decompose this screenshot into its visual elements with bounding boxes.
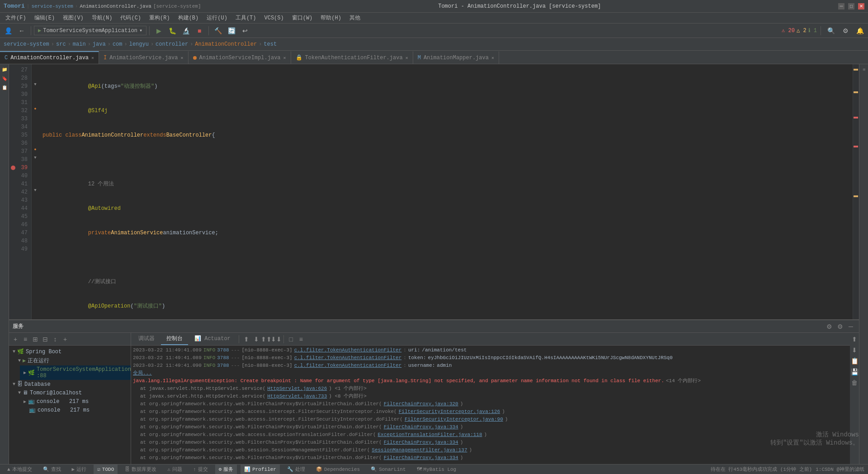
service-spring-boot[interactable]: ▼ 🌿 Spring Boot <box>9 347 131 356</box>
tab-animation-controller[interactable]: C AnimationController.java ✕ <box>0 51 99 64</box>
tab-close-4[interactable]: ✕ <box>406 55 408 61</box>
status-mybatis-button[interactable]: 🗺 MyBatis Log <box>413 465 460 474</box>
panel-right-down-button[interactable]: ⬇ <box>850 346 859 355</box>
fold-29[interactable]: ▼ <box>33 81 38 89</box>
run-config-dropdown[interactable]: ▶ TomorServiceSystemApplication ▾ <box>34 26 146 35</box>
actuator-tab[interactable]: 📊 Actuator <box>189 333 236 345</box>
menu-edit[interactable]: 编辑(E) <box>31 13 59 23</box>
breadcrumb-test[interactable]: test <box>264 41 277 47</box>
log-stack-link-6[interactable]: FilterChainProxy.java:334 <box>384 423 458 431</box>
status-deps-button[interactable]: 📦 Dependencies <box>312 465 363 474</box>
log-btn-4[interactable]: ⬇⬇ <box>272 335 281 344</box>
log-stack-link-2[interactable]: HttpServlet.java:733 <box>267 393 327 400</box>
status-database-button[interactable]: 🗄 数据库更改 <box>121 465 160 474</box>
profile-button[interactable]: 👤 <box>2 25 14 37</box>
close-button[interactable]: ✕ <box>858 3 864 9</box>
log-exception-count[interactable]: <14 个内部行> <box>666 377 701 385</box>
panel-settings-button[interactable]: ⚙ <box>825 322 834 331</box>
service-group-button[interactable]: ⊞ <box>31 335 40 344</box>
search-button[interactable]: 🔍 <box>825 25 837 37</box>
menu-navigate[interactable]: 导航(N) <box>88 13 116 23</box>
log-class-2[interactable]: c.l.filter.TokenAuthenticationFilter <box>294 354 402 362</box>
project-icon[interactable]: 📁 <box>1 66 8 73</box>
menu-vcs[interactable]: VCS(S) <box>260 14 287 22</box>
minimize-button[interactable]: ─ <box>838 3 844 9</box>
log-stack-link-4[interactable]: FilterSecurityInterceptor.java:126 <box>399 408 500 416</box>
panel-close-button[interactable]: ─ <box>846 322 855 331</box>
log-more[interactable]: 全局... <box>133 370 848 377</box>
breadcrumb-service-system[interactable]: service-system <box>4 41 49 47</box>
panel-right-save-button[interactable]: 💾 <box>850 367 859 376</box>
menu-file[interactable]: 文件(F) <box>2 13 30 23</box>
bookmark-icon[interactable]: 🔖 <box>1 75 8 82</box>
menu-other[interactable]: 其他 <box>346 13 364 23</box>
log-content[interactable]: 2023-03-22 11:49:41.089 INFO 3788 --- [n… <box>131 346 850 464</box>
service-sort-button[interactable]: ≡ <box>21 335 30 344</box>
code-editor[interactable]: 27 28 29 30 31 32 33 34 35 36 37 38 39 4… <box>9 64 859 319</box>
tab-close-2[interactable]: ✕ <box>181 55 184 61</box>
status-commits-button[interactable]: ↑ 提交 <box>189 465 212 474</box>
log-stack-link-7[interactable]: ExceptionTranslationFilter.java:118 <box>378 431 482 439</box>
breadcrumb-animation-controller[interactable]: AnimationController <box>195 41 257 47</box>
tab-close-3[interactable]: ✕ <box>283 55 286 61</box>
notifications-button[interactable]: 🔔 <box>854 25 866 37</box>
panel-gear-button[interactable]: ⚙ <box>835 322 844 331</box>
restore-button[interactable]: □ <box>848 3 854 9</box>
log-btn-2[interactable]: ⬇ <box>252 335 261 344</box>
tab-animation-mapper[interactable]: M AnimationMapper.java ✕ <box>413 51 499 64</box>
menu-code[interactable]: 代码(C) <box>117 13 145 23</box>
breadcrumb-lengyu[interactable]: lengyu <box>129 41 149 47</box>
panel-right-copy-button[interactable]: 📋 <box>850 356 859 365</box>
console-tab[interactable]: 控制台 <box>161 333 188 345</box>
service-expand-button[interactable]: + <box>61 335 70 344</box>
log-stack-link-9[interactable]: SessionManagementFilter.java:137 <box>372 446 467 454</box>
status-handle-button[interactable]: 🔧 处理 <box>283 465 309 474</box>
back-button[interactable]: ← <box>15 25 28 37</box>
log-btn-3[interactable]: ⬆⬆ <box>262 335 271 344</box>
log-class-1[interactable]: c.l.filter.TokenAuthenticationFilter <box>294 346 402 354</box>
tab-token-auth[interactable]: 🔒 TokenAuthenticationFilter.java ✕ <box>291 51 413 64</box>
log-class-3[interactable]: c.l.filter.TokenAuthenticationFilter <box>294 362 402 370</box>
service-filter-button[interactable]: ⊟ <box>41 335 50 344</box>
log-btn-1[interactable]: ⬆ <box>242 335 251 344</box>
menu-tools[interactable]: 工具(T) <box>232 13 260 23</box>
tab-animation-service-impl[interactable]: AnimationServiceImpl.java ✕ <box>189 51 291 64</box>
breadcrumb-src[interactable]: src <box>56 41 66 47</box>
log-stack-link-8[interactable]: FilterChainProxy.java:334 <box>384 439 458 446</box>
breadcrumb-java[interactable]: java <box>93 41 106 47</box>
run-with-coverage-button[interactable]: 🔬 <box>179 25 192 37</box>
service-system-link[interactable]: service-system <box>31 4 73 9</box>
panel-right-up-button[interactable]: ⬆ <box>850 335 859 344</box>
breadcrumb-controller[interactable]: controller <box>156 41 188 47</box>
status-sonar-button[interactable]: 🔍 SonarLint <box>367 465 409 474</box>
code-content[interactable]: @Api(tags = "动漫控制器") @Slf4j public class… <box>39 64 853 319</box>
breadcrumb-com[interactable]: com <box>113 41 123 47</box>
build-button[interactable]: 🔨 <box>212 25 224 37</box>
menu-refactor[interactable]: 重构(R) <box>146 13 174 23</box>
line-num-39[interactable]: 39 <box>9 164 31 172</box>
settings-button[interactable]: ⚙ <box>839 25 852 37</box>
menu-run[interactable]: 运行(U) <box>203 13 231 23</box>
status-git-button[interactable]: ▲ 本地提交 <box>4 465 36 474</box>
stop-button[interactable]: ■ <box>193 25 206 37</box>
log-stack-link-10[interactable]: FilterChainProxy.java:334 <box>384 454 458 462</box>
service-db-server[interactable]: ▼ 🖥 Tomori@localhost <box>14 389 131 397</box>
fold-38[interactable]: ▼ <box>33 154 38 162</box>
tab-animation-service[interactable]: I AnimationService.java ✕ <box>99 51 188 64</box>
log-stack-link-1[interactable]: HttpServlet.java:626 <box>267 385 327 393</box>
service-add-button[interactable]: + <box>11 335 20 344</box>
right-sidebar-icon-1[interactable]: ≡ <box>860 66 868 73</box>
service-console-2[interactable]: 📺 console 217 ms <box>25 406 131 414</box>
log-more-link[interactable]: 全局... <box>133 370 152 377</box>
menu-window[interactable]: 窗口(W) <box>288 13 316 23</box>
status-search-button[interactable]: 🔍 查找 <box>39 465 65 474</box>
log-btn-6[interactable]: ≡ <box>297 335 306 344</box>
service-console-1[interactable]: ▶ 📺 console 217 ms <box>20 397 131 406</box>
run-button[interactable]: ▶ <box>152 25 165 37</box>
service-collapse-button[interactable]: ↕ <box>51 335 60 344</box>
service-database[interactable]: ▼ 🗄 Database <box>9 380 131 389</box>
tab-close-1[interactable]: ✕ <box>91 55 94 61</box>
reload-button[interactable]: ↩ <box>239 25 251 37</box>
service-running[interactable]: ▼ ▶ 正在运行 <box>14 356 131 365</box>
breadcrumb-main[interactable]: main <box>73 41 86 47</box>
